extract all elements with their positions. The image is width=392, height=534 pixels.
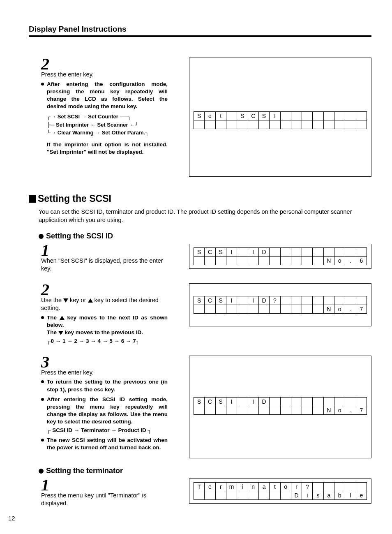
lcd-cell bbox=[258, 406, 269, 414]
lcd-cell bbox=[237, 296, 248, 305]
lcd-cell: ? bbox=[270, 296, 280, 305]
lcd-cell bbox=[302, 397, 313, 406]
lcd-cell bbox=[258, 120, 269, 129]
lcd-cell bbox=[280, 491, 291, 499]
step-number: 1 bbox=[41, 479, 53, 492]
lcd-cell: e bbox=[356, 491, 367, 499]
lcd-cell: N bbox=[323, 406, 334, 414]
lcd-cell bbox=[280, 256, 291, 265]
lcd-cell: S bbox=[194, 296, 205, 305]
lcd-cell bbox=[291, 112, 302, 120]
lcd-cell bbox=[205, 256, 215, 265]
lcd-cell bbox=[291, 406, 302, 414]
lcd-cell bbox=[313, 120, 323, 129]
lcd-cell: t bbox=[215, 112, 226, 120]
step-text: When "Set SCSI" is displayed, press the … bbox=[41, 257, 163, 272]
lcd-cell: n bbox=[248, 482, 258, 491]
lcd-cell: S bbox=[215, 296, 226, 305]
square-bullet-icon bbox=[29, 195, 36, 203]
subsection-heading: Setting the SCSI ID bbox=[39, 232, 371, 240]
page-header: Display Panel Instructions bbox=[29, 25, 371, 37]
lcd-cell bbox=[215, 256, 226, 265]
lcd-cell bbox=[356, 247, 367, 256]
lcd-cell bbox=[270, 120, 280, 129]
lcd-cell bbox=[194, 120, 205, 129]
step-number: 3 bbox=[41, 356, 53, 369]
lcd-cell: r bbox=[215, 482, 226, 491]
lcd-cell bbox=[345, 482, 356, 491]
lcd-cell: S bbox=[237, 112, 248, 120]
lcd-display: SCSIIDNo.7 bbox=[194, 397, 367, 415]
lcd-cell: D bbox=[258, 247, 269, 256]
lcd-cell bbox=[356, 120, 367, 129]
lcd-cell bbox=[323, 397, 334, 406]
lcd-cell bbox=[291, 397, 302, 406]
lcd-cell bbox=[237, 397, 248, 406]
lcd-cell: I bbox=[248, 247, 258, 256]
lcd-cell bbox=[323, 120, 334, 129]
lcd-cell bbox=[248, 491, 258, 499]
lcd-cell bbox=[334, 112, 345, 120]
lcd-cell bbox=[280, 296, 291, 305]
lcd-cell bbox=[291, 256, 302, 265]
lcd-cell: o bbox=[280, 482, 291, 491]
lcd-cell bbox=[226, 120, 237, 129]
lcd-cell: 7 bbox=[356, 305, 367, 313]
lcd-cell bbox=[270, 247, 280, 256]
lcd-cell bbox=[345, 112, 356, 120]
step-row: 3 Press the enter key. To return the set… bbox=[29, 356, 371, 458]
lcd-cell: S bbox=[194, 112, 205, 120]
lcd-cell: S bbox=[194, 397, 205, 406]
lcd-cell: 7 bbox=[356, 406, 367, 414]
step-row: 1 When "Set SCSI" is displayed, press th… bbox=[29, 244, 371, 273]
lcd-cell bbox=[237, 491, 248, 499]
lcd-cell bbox=[194, 256, 205, 265]
lcd-cell bbox=[302, 296, 313, 305]
imprinter-note: If the imprinter unit option is not inst… bbox=[47, 141, 168, 156]
lcd-cell bbox=[302, 406, 313, 414]
step-row: 2 Press the enter key. After entering th… bbox=[29, 58, 371, 177]
lcd-cell bbox=[248, 120, 258, 129]
lcd-cell: I bbox=[226, 397, 237, 406]
lcd-cell bbox=[356, 397, 367, 406]
lcd-cell: S bbox=[215, 247, 226, 256]
lcd-cell: s bbox=[313, 491, 323, 499]
page-number: 12 bbox=[8, 515, 15, 522]
lcd-cell bbox=[270, 397, 280, 406]
lcd-cell bbox=[313, 256, 323, 265]
lcd-cell bbox=[323, 247, 334, 256]
lcd-panel: Terminator?Disable bbox=[189, 479, 371, 504]
lcd-cell bbox=[226, 406, 237, 414]
step-bullet: To return the setting to the previous on… bbox=[41, 378, 168, 393]
section-intro: You can set the SCSI ID, terminator and … bbox=[39, 208, 371, 224]
step-bullet: The new SCSI setting will be activated w… bbox=[41, 437, 168, 451]
lcd-cell bbox=[313, 482, 323, 491]
lcd-cell: C bbox=[248, 112, 258, 120]
lcd-cell bbox=[291, 296, 302, 305]
menu-sequence: ┌→ Set SCSI → Set Counter ──┐ ├─ Set Imp… bbox=[47, 113, 168, 137]
lcd-cell bbox=[345, 397, 356, 406]
lcd-cell bbox=[291, 247, 302, 256]
lcd-cell: C bbox=[205, 397, 215, 406]
lcd-cell bbox=[194, 406, 205, 414]
lcd-cell bbox=[280, 305, 291, 313]
lcd-cell bbox=[215, 120, 226, 129]
lcd-cell: o bbox=[334, 305, 345, 313]
lcd-cell: b bbox=[334, 491, 345, 499]
lcd-cell bbox=[205, 305, 215, 313]
lcd-cell bbox=[258, 256, 269, 265]
lcd-cell: ? bbox=[302, 482, 313, 491]
lcd-display: Terminator?Disable bbox=[194, 482, 367, 500]
lcd-cell bbox=[226, 112, 237, 120]
step-number: 1 bbox=[41, 244, 53, 257]
lcd-cell bbox=[313, 247, 323, 256]
lcd-cell: m bbox=[226, 482, 237, 491]
dot-bullet-icon bbox=[39, 469, 44, 474]
lcd-cell bbox=[302, 120, 313, 129]
lcd-cell bbox=[215, 406, 226, 414]
lcd-cell bbox=[313, 397, 323, 406]
lcd-cell bbox=[226, 305, 237, 313]
lcd-cell bbox=[194, 305, 205, 313]
lcd-cell bbox=[258, 305, 269, 313]
lcd-cell bbox=[280, 112, 291, 120]
